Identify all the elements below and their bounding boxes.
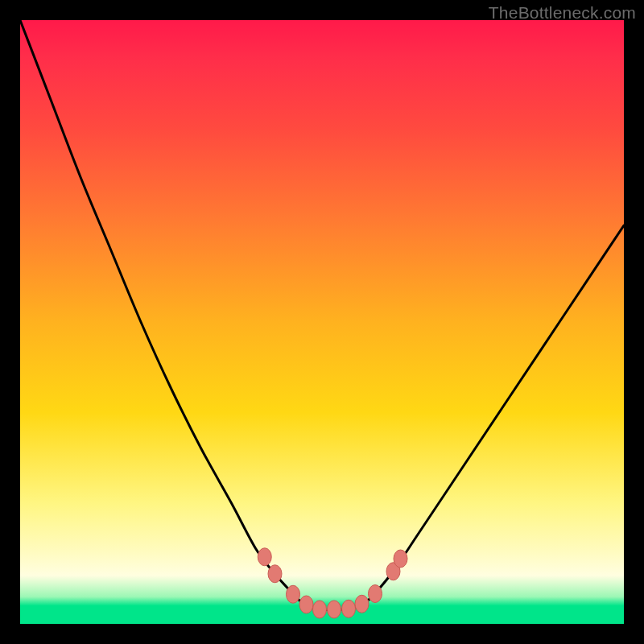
marker-dot bbox=[268, 565, 282, 583]
marker-dot bbox=[355, 595, 369, 613]
outer-frame: TheBottleneck.com bbox=[0, 0, 644, 644]
marker-dot bbox=[328, 601, 341, 618]
marker-dot bbox=[258, 548, 271, 566]
marker-dot bbox=[342, 600, 356, 617]
marker-dot bbox=[313, 601, 327, 618]
bottleneck-curve bbox=[20, 20, 624, 610]
marker-dot bbox=[287, 585, 300, 603]
marker-dot bbox=[369, 585, 382, 603]
chart-svg bbox=[20, 20, 624, 624]
marker-dot bbox=[394, 550, 407, 568]
watermark-text: TheBottleneck.com bbox=[489, 3, 636, 23]
marker-dot bbox=[299, 596, 313, 613]
plot-area bbox=[20, 20, 624, 624]
